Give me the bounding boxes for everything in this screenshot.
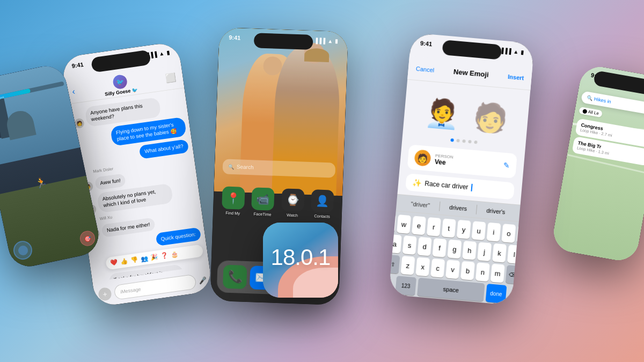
app-contacts[interactable]: 👤 Contacts	[310, 189, 334, 219]
dot-2	[456, 139, 460, 143]
emoji-dialog-title: New Emoji	[453, 68, 489, 79]
dot-3	[462, 139, 466, 143]
app-icons-grid: 📍 Find My 📹 FaceTime ⌚ Watch 👤 Contacts	[213, 180, 342, 224]
find-my-icon: 📍	[222, 186, 245, 209]
cake-reaction[interactable]: 🎂	[171, 250, 179, 258]
key-r[interactable]: r	[427, 217, 441, 237]
key-c[interactable]: c	[430, 258, 445, 278]
prediction-1[interactable]: "driver"	[406, 198, 435, 210]
cancel-button[interactable]: Cancel	[416, 65, 435, 73]
wifi-icon: ▲	[158, 50, 164, 56]
app-watch[interactable]: ⌚ Watch	[281, 188, 305, 218]
key-x[interactable]: x	[415, 257, 430, 276]
key-w[interactable]: w	[397, 215, 411, 234]
microphone-icon[interactable]: 🎤	[199, 276, 208, 285]
facetime-icon: 📹	[251, 187, 274, 210]
key-done[interactable]: done	[485, 284, 507, 304]
key-o[interactable]: o	[501, 224, 516, 243]
find-my-label: Find My	[225, 210, 240, 216]
heart-reaction[interactable]: ❤️	[110, 259, 119, 267]
thumbs-down-reaction[interactable]: 👎	[130, 256, 138, 264]
battery-icon: ▮	[166, 49, 170, 56]
emoji-previews: 🧑‍💼 🧑	[402, 81, 530, 145]
dot-4	[468, 140, 472, 144]
wifi-icon: ▲	[327, 38, 333, 44]
bubble-text: Quick question:	[155, 227, 201, 247]
key-s[interactable]: s	[402, 235, 417, 255]
key-v[interactable]: v	[445, 260, 460, 279]
facetime-label: FaceTime	[253, 211, 271, 217]
prediction-2[interactable]: drivers	[445, 202, 472, 214]
emoji-screen: 9:41 ▐▐▐ ▲ ▮ Cancel New Emoji Insert 🧑‍💼…	[389, 33, 535, 305]
phone-emoji: 9:41 ▐▐▐ ▲ ▮ Cancel New Emoji Insert 🧑‍💼…	[389, 33, 535, 305]
add-attachment-button[interactable]: +	[98, 287, 112, 301]
person-tag-avatar: 🧑	[414, 149, 431, 167]
pred-divider	[476, 205, 478, 215]
dot-5	[474, 141, 478, 144]
emoji-preview-2[interactable]: 🧑	[470, 97, 511, 138]
video-call-button[interactable]: ⬜	[165, 72, 177, 84]
people-reaction[interactable]: 👥	[140, 255, 149, 263]
key-u[interactable]: u	[472, 221, 486, 240]
question-reaction[interactable]: ❓	[160, 252, 169, 260]
dynamic-island-emoji	[442, 40, 502, 60]
key-h[interactable]: h	[462, 241, 477, 260]
key-numbers[interactable]: 123	[395, 276, 416, 295]
ios-icon-inner: 18.0.1	[263, 223, 338, 298]
contact-avatar: 🐦	[112, 74, 128, 90]
wifi-icon: ▲	[513, 48, 519, 55]
dot-1	[450, 138, 454, 142]
status-icons: ▐▐▐ ▲ ▮	[314, 38, 339, 45]
emoji-preview-1[interactable]: 🧑‍💼	[422, 93, 463, 134]
key-y[interactable]: y	[457, 220, 471, 239]
phone-dock-app[interactable]: 📞	[223, 265, 247, 290]
prediction-3[interactable]: driver's	[482, 205, 510, 217]
battery-icon: ▮	[335, 38, 338, 44]
key-b[interactable]: b	[460, 261, 475, 280]
contacts-icon: 👤	[311, 189, 334, 212]
sparkle-icon: ✨	[412, 178, 422, 187]
key-t[interactable]: t	[442, 218, 456, 238]
key-g[interactable]: g	[447, 239, 462, 258]
status-time: 9:41	[229, 34, 240, 41]
key-e[interactable]: e	[412, 216, 426, 235]
party-reaction[interactable]: 🎉	[150, 253, 159, 261]
app-facetime[interactable]: 📹 FaceTime	[251, 187, 275, 217]
search-text: Hikes in	[594, 96, 611, 104]
input-placeholder: iMessage	[120, 286, 142, 294]
watch-icon: ⌚	[281, 188, 304, 211]
search-icon: 🔍	[228, 164, 234, 169]
key-f[interactable]: f	[433, 238, 447, 257]
typed-text: Race car driver	[425, 180, 469, 191]
app-find-my[interactable]: 📍 Find My	[221, 186, 245, 216]
search-text: Search	[237, 164, 254, 171]
edit-person-icon[interactable]: ✎	[503, 161, 510, 170]
back-button[interactable]: ‹	[71, 86, 76, 97]
ios-version-icon: 18.0.1	[263, 223, 338, 298]
key-k[interactable]: k	[492, 243, 507, 263]
status-icons: ▐▐▐ ▲ ▮	[500, 47, 524, 55]
battery-icon: ▮	[521, 49, 524, 55]
pred-divider	[439, 202, 441, 211]
key-i[interactable]: i	[487, 223, 501, 242]
key-n[interactable]: n	[475, 262, 490, 282]
text-cursor	[471, 184, 473, 191]
dynamic-island	[91, 50, 151, 73]
key-d[interactable]: d	[418, 237, 432, 256]
key-z[interactable]: z	[400, 256, 415, 275]
status-time: 9:41	[420, 40, 433, 47]
contacts-label: Contacts	[314, 213, 330, 219]
key-j[interactable]: j	[477, 242, 492, 261]
status-time: 9:41	[71, 61, 84, 69]
insert-button[interactable]: Insert	[508, 73, 524, 81]
thumbs-up-reaction[interactable]: 👍	[120, 257, 129, 265]
bubble-text: Aww fun!	[94, 173, 126, 190]
keyboard: q w e r t y u i o p a s d f g h	[389, 211, 519, 305]
key-m[interactable]: m	[491, 264, 505, 283]
ios-version-number: 18.0.1	[271, 245, 331, 270]
person-tag-info: PERSON Vee	[434, 153, 500, 171]
contact-info: 🐦 Silly Goese 🐦	[103, 73, 138, 97]
person-tag: 🧑 PERSON Vee ✎	[407, 144, 517, 178]
watch-label: Watch	[287, 212, 298, 218]
signal-icon: ▐▐▐	[314, 38, 326, 44]
